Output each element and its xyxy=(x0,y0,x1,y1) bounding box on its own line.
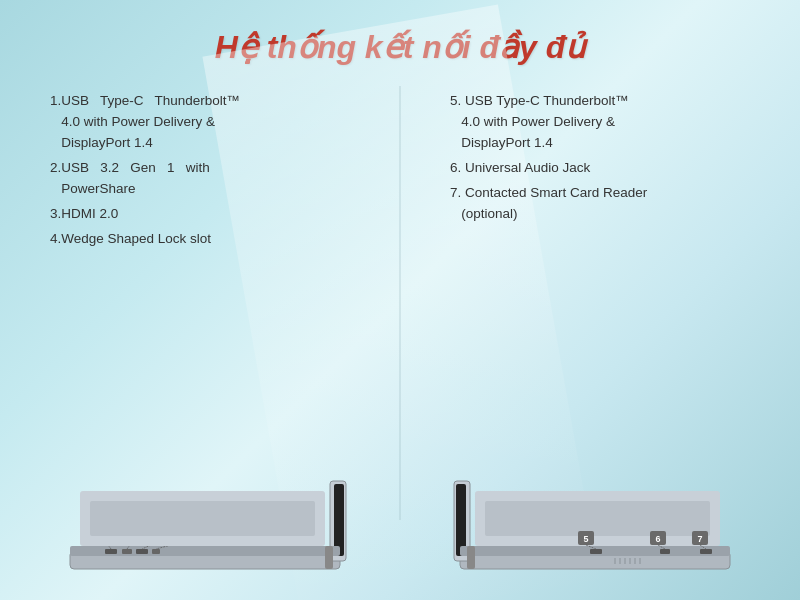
left-feature-list: 1.USB Type-C Thunderbolt™ 4.0 with Power… xyxy=(30,91,370,253)
feature-7: 7. Contacted Smart Card Reader (optional… xyxy=(450,183,760,225)
feature-4: 4.Wedge Shaped Lock slot xyxy=(50,229,360,250)
svg-rect-2 xyxy=(334,484,344,556)
feature-5: 5. USB Type-C Thunderbolt™ 4.0 with Powe… xyxy=(450,91,760,154)
svg-rect-22 xyxy=(325,546,333,569)
feature-3: 3.HDMI 2.0 xyxy=(50,204,360,225)
right-laptop-svg: 5 6 7 xyxy=(430,451,770,596)
svg-rect-6 xyxy=(136,549,148,554)
svg-text:5: 5 xyxy=(583,534,588,544)
svg-rect-4 xyxy=(105,549,117,554)
left-panel: 1.USB Type-C Thunderbolt™ 4.0 with Power… xyxy=(0,86,400,596)
page-title: Hệ thống kết nối đầy đủ xyxy=(0,0,800,86)
left-laptop-container: 1 2 3 4 xyxy=(0,436,400,596)
right-laptop-container: 5 6 7 xyxy=(400,436,800,596)
feature-6: 6. Universal Audio Jack xyxy=(450,158,760,179)
svg-rect-29 xyxy=(700,549,712,554)
right-feature-list: 5. USB Type-C Thunderbolt™ 4.0 with Powe… xyxy=(430,91,770,229)
left-laptop-svg: 1 2 3 4 xyxy=(30,451,370,596)
svg-rect-27 xyxy=(590,549,602,554)
svg-rect-31 xyxy=(485,501,710,536)
svg-text:6: 6 xyxy=(655,534,660,544)
svg-rect-28 xyxy=(660,549,670,554)
right-panel: 5. USB Type-C Thunderbolt™ 4.0 with Powe… xyxy=(400,86,800,596)
svg-rect-21 xyxy=(90,501,315,536)
feature-2: 2.USB 3.2 Gen 1 with PowerShare xyxy=(50,158,360,200)
background: Hệ thống kết nối đầy đủ 1.USB Type-C Thu… xyxy=(0,0,800,600)
svg-rect-32 xyxy=(467,546,475,569)
svg-text:7: 7 xyxy=(697,534,702,544)
content-area: 1.USB Type-C Thunderbolt™ 4.0 with Power… xyxy=(0,86,800,596)
feature-1: 1.USB Type-C Thunderbolt™ 4.0 with Power… xyxy=(50,91,360,154)
svg-rect-7 xyxy=(152,549,160,554)
svg-rect-5 xyxy=(122,549,132,554)
svg-rect-25 xyxy=(456,484,466,556)
